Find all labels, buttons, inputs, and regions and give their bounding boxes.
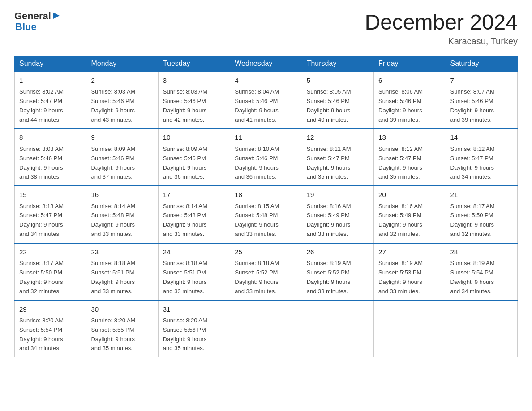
day-info: Sunrise: 8:16 AM Sunset: 5:49 PM Dayligh… [378,202,441,239]
day-number: 15 [19,190,82,200]
calendar-cell: 29 Sunrise: 8:20 AM Sunset: 5:54 PM Dayl… [15,300,86,357]
day-number: 10 [163,133,225,143]
day-info: Sunrise: 8:14 AM Sunset: 5:48 PM Dayligh… [91,202,153,239]
day-number: 25 [235,247,297,257]
calendar-cell: 6 Sunrise: 8:06 AM Sunset: 5:46 PM Dayli… [374,72,446,129]
day-info: Sunrise: 8:20 AM Sunset: 5:54 PM Dayligh… [19,316,82,353]
logo-blue: Blue [15,21,60,32]
calendar-cell: 14 Sunrise: 8:12 AM Sunset: 5:47 PM Dayl… [446,128,517,186]
day-info: Sunrise: 8:07 AM Sunset: 5:46 PM Dayligh… [450,87,513,124]
day-number: 20 [378,190,441,200]
day-number: 24 [163,247,225,257]
logo: General Blue [14,11,60,32]
day-info: Sunrise: 8:19 AM Sunset: 5:54 PM Dayligh… [450,259,513,296]
day-info: Sunrise: 8:20 AM Sunset: 5:55 PM Dayligh… [91,316,153,353]
calendar-cell: 21 Sunrise: 8:17 AM Sunset: 5:50 PM Dayl… [446,186,517,243]
day-info: Sunrise: 8:06 AM Sunset: 5:46 PM Dayligh… [378,87,441,124]
day-info: Sunrise: 8:11 AM Sunset: 5:47 PM Dayligh… [307,145,369,182]
calendar-cell: 7 Sunrise: 8:07 AM Sunset: 5:46 PM Dayli… [446,72,517,129]
day-number: 13 [378,133,441,143]
day-info: Sunrise: 8:09 AM Sunset: 5:46 PM Dayligh… [91,145,153,182]
day-number: 2 [91,76,153,86]
weekday-header-thursday: Thursday [302,56,373,72]
calendar-cell [230,300,302,357]
weekday-header-saturday: Saturday [446,56,517,72]
day-number: 5 [307,76,369,86]
day-info: Sunrise: 8:08 AM Sunset: 5:46 PM Dayligh… [19,145,82,182]
weekday-header-tuesday: Tuesday [158,56,230,72]
day-info: Sunrise: 8:02 AM Sunset: 5:47 PM Dayligh… [19,87,82,124]
calendar-cell: 4 Sunrise: 8:04 AM Sunset: 5:46 PM Dayli… [230,72,302,129]
calendar-cell: 18 Sunrise: 8:15 AM Sunset: 5:48 PM Dayl… [230,186,302,243]
day-number: 9 [91,133,153,143]
day-number: 31 [163,304,225,315]
calendar-cell: 24 Sunrise: 8:18 AM Sunset: 5:51 PM Dayl… [158,243,230,300]
day-number: 7 [450,76,513,86]
day-info: Sunrise: 8:03 AM Sunset: 5:46 PM Dayligh… [163,87,225,124]
day-number: 1 [19,76,82,86]
day-info: Sunrise: 8:17 AM Sunset: 5:50 PM Dayligh… [450,202,513,239]
day-info: Sunrise: 8:09 AM Sunset: 5:46 PM Dayligh… [163,145,225,182]
day-number: 30 [91,304,153,315]
day-info: Sunrise: 8:20 AM Sunset: 5:56 PM Dayligh… [163,316,225,353]
day-number: 14 [450,133,513,143]
weekday-header-friday: Friday [374,56,446,72]
calendar-cell: 8 Sunrise: 8:08 AM Sunset: 5:46 PM Dayli… [15,128,86,186]
calendar-cell: 11 Sunrise: 8:10 AM Sunset: 5:46 PM Dayl… [230,128,302,186]
calendar-cell [446,300,517,357]
day-number: 29 [19,304,82,315]
day-number: 27 [378,247,441,257]
day-number: 22 [19,247,82,257]
day-number: 23 [91,247,153,257]
weekday-header-row: SundayMondayTuesdayWednesdayThursdayFrid… [15,56,518,72]
calendar-cell: 19 Sunrise: 8:16 AM Sunset: 5:49 PM Dayl… [302,186,373,243]
day-info: Sunrise: 8:17 AM Sunset: 5:50 PM Dayligh… [19,259,82,296]
calendar-cell: 28 Sunrise: 8:19 AM Sunset: 5:54 PM Dayl… [446,243,517,300]
day-info: Sunrise: 8:10 AM Sunset: 5:46 PM Dayligh… [235,145,297,182]
week-row-4: 22 Sunrise: 8:17 AM Sunset: 5:50 PM Dayl… [15,243,518,300]
title-block: December 2024 Karacasu, Turkey [365,11,518,47]
calendar-cell: 3 Sunrise: 8:03 AM Sunset: 5:46 PM Dayli… [158,72,230,129]
svg-marker-0 [53,13,60,19]
week-row-5: 29 Sunrise: 8:20 AM Sunset: 5:54 PM Dayl… [15,300,518,357]
calendar-cell: 12 Sunrise: 8:11 AM Sunset: 5:47 PM Dayl… [302,128,373,186]
calendar-cell: 9 Sunrise: 8:09 AM Sunset: 5:46 PM Dayli… [86,128,158,186]
page-header: General Blue December 2024 Karacasu, Tur… [14,11,518,47]
day-number: 12 [307,133,369,143]
calendar-cell: 25 Sunrise: 8:18 AM Sunset: 5:52 PM Dayl… [230,243,302,300]
calendar-cell: 20 Sunrise: 8:16 AM Sunset: 5:49 PM Dayl… [374,186,446,243]
day-info: Sunrise: 8:16 AM Sunset: 5:49 PM Dayligh… [307,202,369,239]
calendar-cell: 27 Sunrise: 8:19 AM Sunset: 5:53 PM Dayl… [374,243,446,300]
weekday-header-sunday: Sunday [15,56,86,72]
day-number: 21 [450,190,513,200]
weekday-header-monday: Monday [86,56,158,72]
day-number: 6 [378,76,441,86]
day-info: Sunrise: 8:18 AM Sunset: 5:51 PM Dayligh… [91,259,153,296]
day-number: 11 [235,133,297,143]
day-number: 19 [307,190,369,200]
calendar-cell: 30 Sunrise: 8:20 AM Sunset: 5:55 PM Dayl… [86,300,158,357]
day-number: 18 [235,190,297,200]
calendar-cell: 15 Sunrise: 8:13 AM Sunset: 5:47 PM Dayl… [15,186,86,243]
logo-general: General [14,11,51,21]
calendar-cell: 1 Sunrise: 8:02 AM Sunset: 5:47 PM Dayli… [15,72,86,129]
day-info: Sunrise: 8:19 AM Sunset: 5:53 PM Dayligh… [378,259,441,296]
calendar-cell: 17 Sunrise: 8:14 AM Sunset: 5:48 PM Dayl… [158,186,230,243]
day-info: Sunrise: 8:13 AM Sunset: 5:47 PM Dayligh… [19,202,82,239]
day-info: Sunrise: 8:05 AM Sunset: 5:46 PM Dayligh… [307,87,369,124]
day-number: 28 [450,247,513,257]
day-info: Sunrise: 8:12 AM Sunset: 5:47 PM Dayligh… [378,145,441,182]
calendar-table: SundayMondayTuesdayWednesdayThursdayFrid… [14,56,518,357]
day-info: Sunrise: 8:15 AM Sunset: 5:48 PM Dayligh… [235,202,297,239]
calendar-cell: 16 Sunrise: 8:14 AM Sunset: 5:48 PM Dayl… [86,186,158,243]
day-number: 4 [235,76,297,86]
day-number: 3 [163,76,225,86]
calendar-cell: 13 Sunrise: 8:12 AM Sunset: 5:47 PM Dayl… [374,128,446,186]
day-info: Sunrise: 8:03 AM Sunset: 5:46 PM Dayligh… [91,87,153,124]
day-number: 16 [91,190,153,200]
location: Karacasu, Turkey [365,36,518,47]
calendar-cell: 26 Sunrise: 8:19 AM Sunset: 5:52 PM Dayl… [302,243,373,300]
calendar-cell: 31 Sunrise: 8:20 AM Sunset: 5:56 PM Dayl… [158,300,230,357]
calendar-cell [302,300,373,357]
day-info: Sunrise: 8:12 AM Sunset: 5:47 PM Dayligh… [450,145,513,182]
